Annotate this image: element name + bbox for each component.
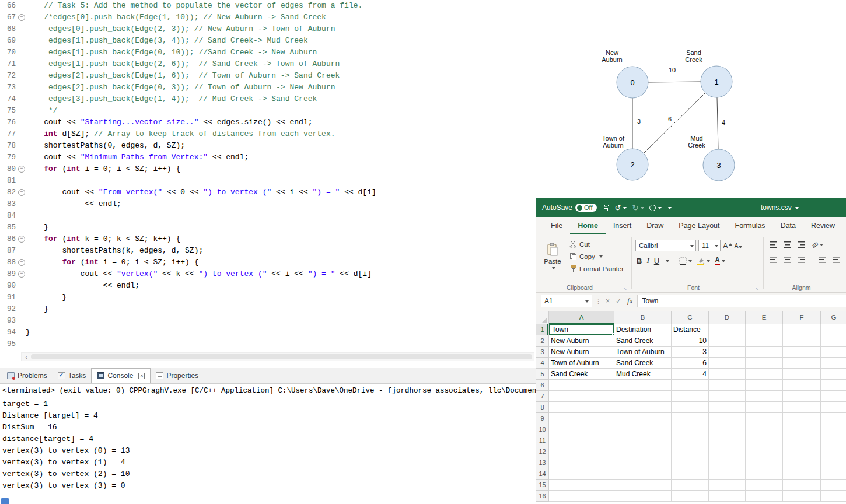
underline-dropdown-icon[interactable] xyxy=(666,260,669,264)
row-header-2[interactable]: 2 xyxy=(536,335,549,346)
font-dialog-launcher-icon[interactable] xyxy=(755,284,761,290)
italic-button[interactable]: I xyxy=(646,256,649,265)
scroll-left-icon[interactable]: ‹ xyxy=(22,354,31,360)
cell-D3[interactable] xyxy=(709,346,746,358)
row-header-7[interactable]: 7 xyxy=(536,391,549,402)
cell-C8[interactable] xyxy=(672,402,709,413)
cell-F4[interactable] xyxy=(783,358,821,369)
cell-A7[interactable] xyxy=(549,391,614,402)
cell-D9[interactable] xyxy=(709,413,746,424)
cell-D13[interactable] xyxy=(709,457,746,468)
cell-E11[interactable] xyxy=(746,435,783,446)
cell-A11[interactable] xyxy=(549,435,614,446)
cell-A4[interactable]: Town of Auburn xyxy=(549,358,614,369)
row-header-10[interactable]: 10 xyxy=(536,424,549,435)
cell-D7[interactable] xyxy=(709,391,746,402)
console-view[interactable]: <terminated> (exit value: 0) CPPGraghV.e… xyxy=(0,384,536,504)
align-bottom-button[interactable] xyxy=(798,242,805,248)
cell-E12[interactable] xyxy=(746,446,783,457)
cell-A10[interactable] xyxy=(549,424,614,435)
ribbon-tab-draw[interactable]: Draw xyxy=(639,217,671,235)
cell-G8[interactable] xyxy=(821,402,846,413)
font-name-select[interactable]: Calibri xyxy=(635,240,696,251)
ribbon-tab-file[interactable]: File xyxy=(543,217,570,235)
column-header-B[interactable]: B xyxy=(614,312,672,324)
cell-C3[interactable]: 3 xyxy=(672,346,709,358)
cell-C14[interactable] xyxy=(672,468,709,480)
cell-C5[interactable]: 4 xyxy=(672,369,709,380)
cell-B9[interactable] xyxy=(614,413,672,424)
fold-minus-icon[interactable] xyxy=(18,12,26,23)
align-right-button[interactable] xyxy=(798,257,805,263)
align-left-button[interactable] xyxy=(770,257,777,263)
cell-D5[interactable] xyxy=(709,369,746,380)
bold-button[interactable]: B xyxy=(637,257,642,265)
ribbon-tab-data[interactable]: Data xyxy=(773,217,803,235)
ribbon-tab-review[interactable]: Review xyxy=(803,217,842,235)
quick-access-menu-button[interactable] xyxy=(649,205,662,211)
cell-A6[interactable] xyxy=(549,380,614,391)
cell-E10[interactable] xyxy=(746,424,783,435)
tab-properties[interactable]: Properties xyxy=(151,368,204,383)
autosave-toggle[interactable]: AutoSave Off xyxy=(542,204,597,212)
cell-A15[interactable] xyxy=(549,480,614,491)
redo-button[interactable]: ↻ xyxy=(632,204,644,212)
cell-G12[interactable] xyxy=(821,446,846,457)
cell-F14[interactable] xyxy=(783,468,821,480)
copy-button[interactable]: Copy xyxy=(567,250,626,262)
fold-minus-icon[interactable] xyxy=(18,187,26,198)
cell-C4[interactable]: 6 xyxy=(672,358,709,369)
column-header-C[interactable]: C xyxy=(672,312,709,324)
cell-E6[interactable] xyxy=(746,380,783,391)
cell-F8[interactable] xyxy=(783,402,821,413)
row-header-13[interactable]: 13 xyxy=(536,457,549,468)
row-header-8[interactable]: 8 xyxy=(536,402,549,413)
orientation-button[interactable]: ab xyxy=(812,242,823,248)
ribbon-tab-formulas[interactable]: Formulas xyxy=(728,217,773,235)
cancel-icon[interactable]: × xyxy=(606,297,610,305)
cell-B2[interactable]: Sand Creek xyxy=(614,335,672,346)
row-header-1[interactable]: 1 xyxy=(536,324,549,335)
cell-D11[interactable] xyxy=(709,435,746,446)
row-header-4[interactable]: 4 xyxy=(536,358,549,369)
cell-D12[interactable] xyxy=(709,446,746,457)
cell-G1[interactable] xyxy=(821,324,846,335)
cell-G15[interactable] xyxy=(821,480,846,491)
cell-D1[interactable] xyxy=(709,324,746,335)
ribbon-tab-page-layout[interactable]: Page Layout xyxy=(671,217,727,235)
row-header-3[interactable]: 3 xyxy=(536,346,549,358)
row-header-6[interactable]: 6 xyxy=(536,380,549,391)
cell-F7[interactable] xyxy=(783,391,821,402)
cell-A12[interactable] xyxy=(549,446,614,457)
enter-icon[interactable]: ✓ xyxy=(616,297,621,305)
underline-button[interactable]: U xyxy=(654,257,659,265)
cell-B1[interactable]: Destination xyxy=(614,324,672,335)
cell-G2[interactable] xyxy=(821,335,846,346)
column-header-G[interactable]: G xyxy=(821,312,846,324)
cell-F10[interactable] xyxy=(783,424,821,435)
cell-C10[interactable] xyxy=(672,424,709,435)
font-color-button[interactable]: A xyxy=(715,257,725,265)
cell-E4[interactable] xyxy=(746,358,783,369)
cell-F6[interactable] xyxy=(783,380,821,391)
cell-C12[interactable] xyxy=(672,446,709,457)
fold-minus-icon[interactable] xyxy=(18,268,26,280)
cell-C11[interactable] xyxy=(672,435,709,446)
cell-G3[interactable] xyxy=(821,346,846,358)
tab-problems[interactable]: Problems xyxy=(2,368,53,383)
align-top-button[interactable] xyxy=(770,242,777,248)
column-header-E[interactable]: E xyxy=(746,312,783,324)
cell-B13[interactable] xyxy=(614,457,672,468)
cell-D16[interactable] xyxy=(709,491,746,502)
cell-G16[interactable] xyxy=(821,491,846,502)
cell-C6[interactable] xyxy=(672,380,709,391)
insert-function-icon[interactable]: fx xyxy=(627,296,632,306)
cell-D6[interactable] xyxy=(709,380,746,391)
cell-B16[interactable] xyxy=(614,491,672,502)
cell-D4[interactable] xyxy=(709,358,746,369)
cell-G9[interactable] xyxy=(821,413,846,424)
column-header-D[interactable]: D xyxy=(709,312,746,324)
cell-G10[interactable] xyxy=(821,424,846,435)
tab-tasks[interactable]: Tasks xyxy=(53,368,92,383)
column-header-F[interactable]: F xyxy=(783,312,821,324)
